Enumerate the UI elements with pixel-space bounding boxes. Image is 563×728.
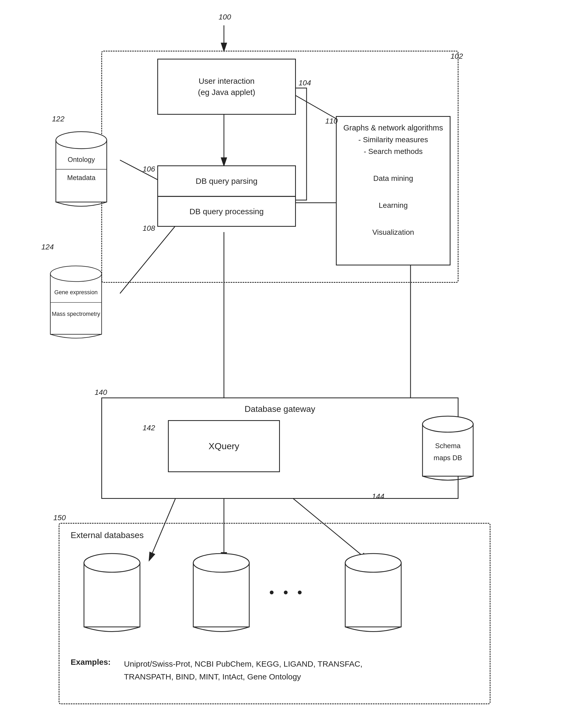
user-interaction-label: User interaction (eg Java applet) [198,75,255,98]
examples-text: Uniprot/Swiss-Prot, NCBI PubChem, KEGG, … [124,658,362,683]
svg-text:Ontology: Ontology [68,156,95,163]
user-interaction-box: User interaction (eg Java applet) [157,59,296,115]
db-query-combined-box [157,165,296,227]
schema-maps-db-svg: Schema maps DB [421,413,474,483]
ext-db-3 [344,550,402,635]
ref-100: 100 [219,13,231,21]
xquery-label: XQuery [209,440,239,453]
cylinder-124: Gene expression Mass spectrometry [41,251,111,352]
ext-db-1 [83,550,141,635]
ref-150: 150 [53,514,66,522]
svg-point-24 [422,416,473,432]
dots-label: • • • [269,584,305,600]
graphs-box: Graphs & network algorithms - Similarity… [336,116,450,265]
cylinder-124-svg: Gene expression Mass spectrometry [49,251,103,352]
svg-text:maps DB: maps DB [434,454,462,462]
ext-db-2-svg [192,550,251,635]
svg-text:Schema: Schema [435,442,461,450]
graphs-box-content: Graphs & network algorithms - Similarity… [343,122,443,238]
database-gateway-box: Database gateway [101,397,458,499]
ref-108: 108 [143,224,155,233]
schema-maps-db: Schema maps DB [421,413,474,483]
ref-144: 144 [372,492,384,501]
svg-text:Metadata: Metadata [67,174,96,181]
examples-label: Examples: [71,658,111,667]
svg-point-28 [84,554,140,572]
ext-db-3-svg [344,550,402,635]
ref-142: 142 [143,424,155,432]
xquery-box: XQuery [168,420,280,472]
cylinder-122: Ontology Metadata [52,123,111,213]
ref-106: 106 [143,165,155,173]
svg-rect-13 [56,140,107,202]
ref-124: 124 [41,243,54,251]
ext-db-2 [192,550,251,635]
ref-140: 140 [95,388,107,397]
cylinder-122-svg: Ontology Metadata [55,123,108,213]
svg-point-32 [345,554,401,572]
diagram-container: 100 102 User interaction (eg Java applet… [0,0,563,728]
svg-text:Mass spectrometry: Mass spectrometry [52,311,100,317]
ref-110: 110 [325,117,338,125]
external-databases-label: External databases [71,530,144,540]
svg-text:Gene expression: Gene expression [54,289,98,296]
svg-rect-18 [50,274,102,334]
ref-122: 122 [52,115,65,123]
svg-point-30 [193,554,249,572]
ref-102: 102 [450,52,463,61]
svg-point-19 [50,266,102,281]
ext-db-1-svg [83,550,141,635]
database-gateway-label: Database gateway [245,403,315,415]
svg-point-14 [56,132,107,149]
ref-104: 104 [298,79,311,87]
